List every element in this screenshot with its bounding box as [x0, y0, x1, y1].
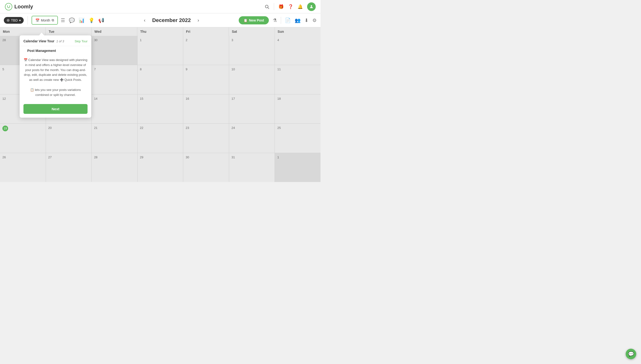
calendar-cell[interactable]: 15 [138, 94, 183, 124]
help-icon[interactable]: ❓ [288, 4, 293, 9]
chat-icon[interactable]: 💬 [69, 18, 75, 23]
calendar-cell[interactable]: 21 [92, 124, 137, 152]
calendar-cell[interactable]: 19 [0, 124, 46, 152]
announce-icon[interactable]: 📢 [98, 18, 104, 23]
tbd-button[interactable]: TBD ▾ [4, 17, 24, 24]
calendar-date: 8 [140, 68, 142, 71]
calendar-cell[interactable]: 16 [183, 94, 229, 124]
col-header-thu: Thu [137, 27, 183, 36]
download-icon[interactable]: ⬇ [304, 18, 308, 23]
calendar-date: 18 [277, 97, 280, 100]
calendar-cell[interactable]: 22 [138, 124, 183, 152]
calendar-cell[interactable]: 27 [46, 153, 92, 182]
toolbar-divider-2 [281, 17, 281, 24]
loomly-logo-icon [5, 3, 12, 10]
filter-icon[interactable]: ⚗ [273, 18, 277, 23]
tbd-label: TBD [11, 18, 18, 22]
tour-step: 1 of 3 [56, 40, 64, 43]
next-button[interactable]: Next [24, 104, 88, 114]
calendar-cell[interactable]: 4 [275, 36, 320, 65]
col-header-sun: Sun [275, 27, 320, 36]
calendar-date: 31 [232, 156, 235, 159]
calendar-cell[interactable]: 29 [138, 153, 183, 182]
calendar-date: 15 [140, 97, 143, 100]
header: Loomly 🎁 ❓ 🔔 [0, 0, 320, 14]
idea-icon[interactable]: 💡 [88, 18, 94, 23]
tour-body-text-2: 📋 lets you see your posts variations com… [24, 88, 88, 98]
tbd-dot [7, 19, 10, 22]
svg-line-2 [268, 8, 269, 8]
calendar-date: 22 [140, 126, 143, 130]
calendar-cell[interactable]: 11 [275, 65, 320, 94]
doc-icon[interactable]: 📄 [285, 18, 291, 23]
tour-subtitle: Post Management [24, 49, 60, 56]
header-divider [274, 3, 274, 10]
calendar-cell[interactable]: 23 [183, 124, 229, 152]
calendar-cell[interactable]: 25 [275, 124, 320, 152]
calendar-cell[interactable]: 8 [138, 65, 183, 94]
calendar-cell[interactable]: 30 [92, 36, 137, 65]
calendar-cell[interactable]: 30 [183, 153, 229, 182]
people-icon[interactable]: 👥 [295, 18, 301, 23]
new-post-icon: 📋 [244, 18, 248, 22]
calendar-cell[interactable]: 14 [92, 94, 137, 124]
calendar-cell[interactable]: 24 [229, 124, 275, 152]
calendar-date: 19 [2, 126, 8, 131]
calendar-date: 24 [232, 126, 235, 130]
calendar-cell[interactable]: 7 [92, 65, 137, 94]
toolbar-divider-1 [28, 16, 28, 25]
calendar-date: 29 [140, 156, 143, 159]
month-view-button[interactable]: 📅 Month ⧉ [32, 16, 58, 25]
toolbar-icons: ☰ 💬 📊 💡 📢 [61, 18, 104, 23]
calendar-date: 16 [186, 97, 189, 100]
calendar-cell[interactable]: 31 [229, 153, 275, 182]
calendar-cell[interactable]: 10 [229, 65, 275, 94]
calendar-cell[interactable]: 26 [0, 153, 46, 182]
calendar-date: 26 [2, 156, 6, 159]
calendar-date: 1 [140, 38, 142, 42]
next-month-button[interactable]: › [196, 16, 201, 24]
calendar-date: 12 [2, 97, 6, 100]
search-icon[interactable] [264, 4, 270, 9]
calendar-date: 10 [232, 68, 235, 71]
avatar[interactable] [307, 2, 316, 11]
list-icon[interactable]: ☰ [61, 18, 65, 23]
tour-subtitle-area: Post Management [20, 46, 91, 54]
toolbar: TBD ▾ 📅 Month ⧉ ☰ 💬 📊 💡 📢 ‹ December 202… [0, 14, 320, 27]
tour-popup: Calendar View Tour 1 of 3 Skip Tour Post… [20, 36, 91, 118]
new-post-button[interactable]: 📋 New Post [239, 16, 269, 24]
tbd-dropdown-icon: ▾ [19, 18, 21, 22]
settings-icon[interactable]: ⚙ [312, 18, 317, 23]
new-post-label: New Post [249, 18, 264, 22]
tour-arrow [39, 32, 44, 36]
calendar-cell[interactable]: 9 [183, 65, 229, 94]
calendar-date: 28 [94, 156, 97, 159]
tour-footer: Next [20, 101, 91, 118]
calendar-date: 9 [186, 68, 187, 71]
calendar-cell[interactable]: 1 [138, 36, 183, 65]
calendar-date: 2 [186, 38, 187, 42]
calendar-date: 30 [94, 38, 97, 42]
chart-icon[interactable]: 📊 [79, 18, 85, 23]
calendar-cell[interactable]: 2 [183, 36, 229, 65]
calendar-icon: 📅 [36, 18, 40, 22]
prev-month-button[interactable]: ‹ [142, 16, 148, 24]
col-header-tue: Tue [46, 27, 91, 36]
calendar-cell[interactable]: 3 [229, 36, 275, 65]
calendar-cell[interactable]: 17 [229, 94, 275, 124]
bell-icon[interactable]: 🔔 [298, 4, 303, 9]
calendar-cell[interactable]: 1 [275, 153, 320, 182]
svg-point-3 [311, 5, 312, 7]
calendar-header: Mon Tue Wed Thu Fri Sat Sun [0, 27, 320, 36]
calendar-date: 14 [94, 97, 97, 100]
calendar-date: 23 [186, 126, 189, 130]
calendar-cell[interactable]: 28 [92, 153, 137, 182]
calendar-cell[interactable]: 20 [46, 124, 92, 152]
calendar-date: 5 [2, 68, 4, 71]
gift-icon[interactable]: 🎁 [278, 4, 284, 9]
calendar-cell[interactable]: 18 [275, 94, 320, 124]
svg-point-0 [5, 3, 12, 10]
col-header-wed: Wed [92, 27, 137, 36]
tour-body: 📅 Calendar View was designed with planni… [20, 54, 91, 101]
skip-tour-button[interactable]: Skip Tour [74, 40, 88, 43]
